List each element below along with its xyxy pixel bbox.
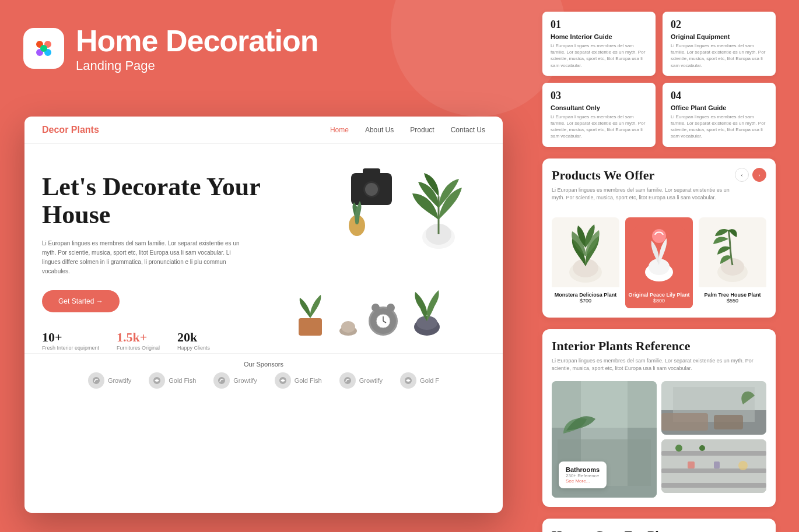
stat-label-2: Happy Clients [177, 345, 210, 351]
care-title: How to Care For Plants [552, 528, 766, 533]
svg-point-20 [218, 377, 225, 384]
interior-title: Interior Plants Reference [552, 339, 766, 354]
app-subtitle: Landing Page [76, 58, 318, 73]
bathroom-card-link[interactable]: See More... [566, 478, 600, 484]
products-desc: Li Europan lingues es membres del sam fa… [552, 186, 735, 202]
nav-contact[interactable]: Contact Us [451, 126, 485, 134]
get-started-button[interactable]: Get Started → [42, 290, 120, 312]
svg-point-22 [344, 377, 351, 384]
app-header: Home Decoration Landing Page [23, 23, 318, 73]
goldfish-icon-3 [400, 372, 416, 389]
products-header: Products We Offer Li Europan lingues es … [552, 168, 766, 210]
svg-point-11 [341, 321, 355, 333]
bathroom-img: Bathrooms 230+ Reference See More... [552, 381, 657, 498]
svg-rect-42 [661, 451, 766, 456]
left-mockup: Decor Plants Home About Us Product Conta… [24, 117, 503, 513]
sponsors-list: Growtify Gold Fish Growtify Gold Fish [42, 372, 485, 389]
stat-label-0: Fresh Interior equipment [42, 345, 99, 351]
product-img-1 [552, 217, 619, 287]
mockup-brand: Decor Plants [42, 125, 99, 135]
interior-images: Bathrooms 230+ Reference See More... [552, 381, 766, 498]
stat-furniture: 1.5k+ Furnitures Original [117, 330, 160, 351]
product-card-2: Original Peace Lily Plant $800 [625, 217, 693, 308]
guide-card-4: 04 Office Plant Guide Li Europan lingues… [663, 83, 776, 147]
mockup-nav: Decor Plants Home About Us Product Conta… [24, 117, 503, 144]
product-img-2 [625, 217, 693, 287]
growtify-icon-3 [339, 372, 356, 389]
bathroom-card-subtitle: 230+ Reference [566, 473, 600, 478]
stat-label-1: Furnitures Original [117, 345, 160, 351]
sponsors-title: Our Sponsors [42, 361, 485, 368]
sponsor-growtify-1: Growtify [88, 372, 131, 389]
hero-title: Let's Decorate Your House [42, 173, 287, 230]
nav-product[interactable]: Product [410, 126, 434, 134]
card-num-1: 01 [551, 19, 647, 31]
products-header-text: Products We Offer Li Europan lingues es … [552, 168, 735, 210]
svg-rect-43 [661, 468, 766, 473]
svg-point-45 [675, 445, 682, 452]
goldfish-icon-1 [149, 372, 165, 389]
nav-home[interactable]: Home [330, 126, 349, 134]
growtify-icon-2 [213, 372, 230, 389]
nav-about[interactable]: About Us [365, 126, 394, 134]
interior-section: Interior Plants Reference Li Europan lin… [542, 329, 776, 507]
svg-rect-38 [661, 413, 708, 431]
goldfish-icon-2 [275, 372, 291, 389]
card-num-3: 03 [551, 90, 647, 102]
svg-rect-9 [299, 318, 322, 336]
small-plant-1 [345, 196, 369, 239]
product-img-3 [699, 217, 766, 287]
right-interior-imgs [661, 381, 766, 493]
svg-rect-39 [714, 415, 743, 429]
card-desc-2: Li Europan lingues es membres del sam fa… [671, 43, 768, 69]
svg-rect-44 [661, 483, 766, 488]
product-info-2: Original Peace Lily Plant $800 [625, 287, 693, 308]
guide-card-2: 02 Original Equipment Li Europan lingues… [663, 12, 776, 76]
svg-point-4 [40, 45, 47, 52]
product-name-3: Palm Tree House Plant [701, 292, 764, 298]
card-title-1: Home Interior Guide [551, 33, 647, 40]
next-arrow[interactable]: › [752, 168, 766, 182]
sponsors-bar: Our Sponsors Growtify Gold Fish Growtify [24, 354, 503, 396]
living-img [661, 381, 766, 435]
prev-arrow[interactable]: ‹ [735, 168, 749, 182]
growtify-icon-1 [88, 372, 104, 389]
svg-rect-47 [688, 461, 695, 468]
card-title-3: Consultant Only [551, 104, 647, 111]
product-price-1: $700 [554, 298, 617, 304]
alarm-clock [369, 306, 398, 336]
stat-num-1: 1.5k+ [117, 330, 160, 345]
product-info-1: Monstera Deliciosa Plant $700 [552, 287, 619, 308]
product-info-3: Palm Tree House Plant $550 [699, 287, 766, 308]
card-num-4: 04 [671, 90, 768, 102]
shelf-placeholder [661, 439, 766, 493]
bathroom-card-title: Bathrooms [566, 466, 600, 473]
figma-logo [23, 28, 64, 69]
sponsor-goldfish-1: Gold Fish [149, 372, 196, 389]
mockup-hero: Let's Decorate Your House Li Europan lin… [24, 144, 503, 354]
bathroom-card: Bathrooms 230+ Reference See More... [559, 461, 607, 488]
right-panel: 01 Home Interior Guide Li Europan lingue… [531, 0, 787, 532]
products-title: Products We Offer [552, 168, 735, 183]
guide-cards: 01 Home Interior Guide Li Europan lingue… [542, 12, 776, 147]
card-title-2: Original Equipment [671, 33, 768, 40]
large-plant-1 [404, 161, 474, 251]
stat-equipment: 10+ Fresh Interior equipment [42, 330, 99, 351]
hero-bottom-row [293, 283, 447, 336]
stat-clients: 20k Happy Clients [177, 330, 210, 351]
app-title: Home Decoration [76, 23, 318, 58]
hero-right [287, 161, 485, 341]
svg-point-28 [652, 229, 666, 243]
svg-point-49 [738, 461, 748, 470]
hero-left: Let's Decorate Your House Li Europan lin… [42, 161, 287, 341]
card-desc-1: Li Europan lingues es membres del sam fa… [551, 43, 647, 69]
stat-num-2: 20k [177, 330, 210, 345]
product-name-1: Monstera Deliciosa Plant [554, 292, 617, 298]
card-desc-3: Li Europan lingues es membres del sam fa… [551, 114, 647, 140]
living-placeholder [661, 381, 766, 435]
card-title-4: Office Plant Guide [671, 104, 768, 111]
hero-desc: Li Europan lingues es membres del sam fa… [42, 239, 240, 276]
guide-card-3: 03 Consultant Only Li Europan lingues es… [542, 83, 656, 147]
mockup-nav-links: Home About Us Product Contact Us [330, 126, 485, 134]
app-title-block: Home Decoration Landing Page [76, 23, 318, 73]
